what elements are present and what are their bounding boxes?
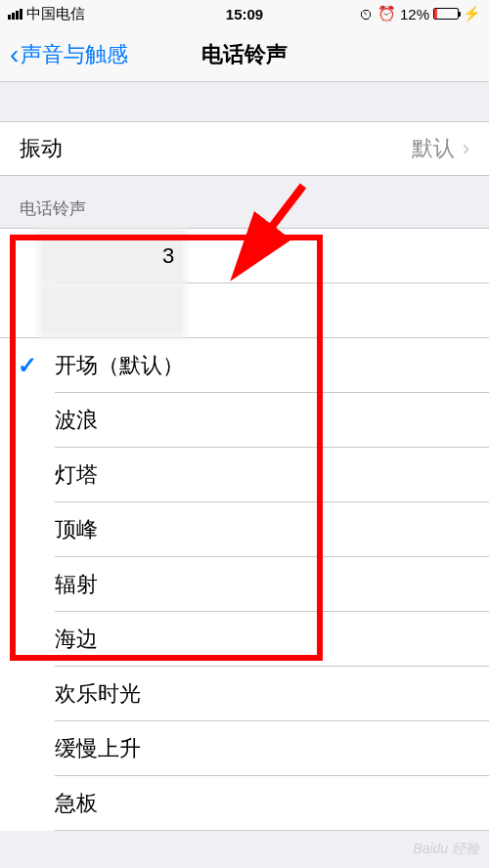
battery-icon: [433, 8, 459, 20]
section-header-ringtones: 电话铃声: [0, 176, 489, 228]
vibration-row[interactable]: 振动 默认 ›: [0, 121, 489, 176]
ringtone-label: 海边: [55, 625, 98, 654]
ringtone-label: 欢乐时光: [55, 679, 141, 709]
back-button[interactable]: ‹ 声音与触感: [10, 40, 128, 69]
ringtone-row-beacon[interactable]: 灯塔: [0, 448, 489, 502]
ringtone-row-presto[interactable]: 急板: [0, 776, 489, 831]
ringtone-label: 灯塔: [55, 460, 98, 490]
carrier-label: 中国电信: [26, 5, 85, 23]
ringtone-label: 开场（默认）: [55, 351, 184, 380]
ringtone-row-waves[interactable]: 波浪: [0, 393, 489, 448]
custom-ringtone-row[interactable]: 心安理得 2: [0, 283, 489, 338]
ringtone-label: 急板: [55, 789, 98, 818]
checkmark-icon: ✓: [18, 352, 37, 379]
ringtone-row-summit[interactable]: 顶峰: [0, 502, 489, 557]
ringtone-label: 缓慢上升: [55, 734, 141, 763]
blurred-region: [39, 283, 186, 338]
ringtone-label: 辐射: [55, 570, 98, 599]
status-time: 15:09: [226, 6, 263, 22]
vibration-label: 振动: [20, 134, 63, 163]
ringtone-label: 波浪: [55, 406, 98, 435]
ringtone-row-radiate[interactable]: 辐射: [0, 557, 489, 612]
ringtone-row-playtime[interactable]: 欢乐时光: [0, 667, 489, 721]
charging-icon: ⚡: [463, 5, 481, 22]
ringtone-row-slowrise[interactable]: 缓慢上升: [0, 721, 489, 776]
vibration-value: 默认 ›: [412, 134, 469, 163]
custom-ringtone-partial: 3: [162, 243, 174, 269]
back-label: 声音与触感: [21, 40, 128, 69]
alarm-icon: ⏰: [378, 5, 396, 22]
status-left: 中国电信: [8, 5, 85, 23]
ringtone-row-opening[interactable]: ✓ 开场（默认）: [0, 338, 489, 393]
chevron-right-icon: ›: [463, 136, 469, 161]
chevron-left-icon: ‹: [10, 41, 19, 68]
ringtone-list: 3 心安理得 2 ✓ 开场（默认） 波浪 灯塔 顶峰 辐射 海边 欢乐时光 缓慢…: [0, 228, 489, 831]
ringtone-row-seaside[interactable]: 海边: [0, 612, 489, 667]
custom-ringtone-row[interactable]: 3: [0, 229, 489, 283]
battery-pct: 12%: [400, 6, 429, 22]
signal-icon: [8, 9, 22, 20]
nav-bar: ‹ 声音与触感 电话铃声: [0, 27, 489, 82]
watermark: Baidu 经验: [413, 841, 479, 858]
orientation-lock-icon: ⏲: [359, 6, 374, 22]
ringtone-label: 顶峰: [55, 515, 98, 544]
status-bar: 中国电信 15:09 ⏲ ⏰ 12% ⚡: [0, 0, 489, 27]
status-right: ⏲ ⏰ 12% ⚡: [359, 5, 481, 22]
page-title: 电话铃声: [201, 40, 288, 69]
